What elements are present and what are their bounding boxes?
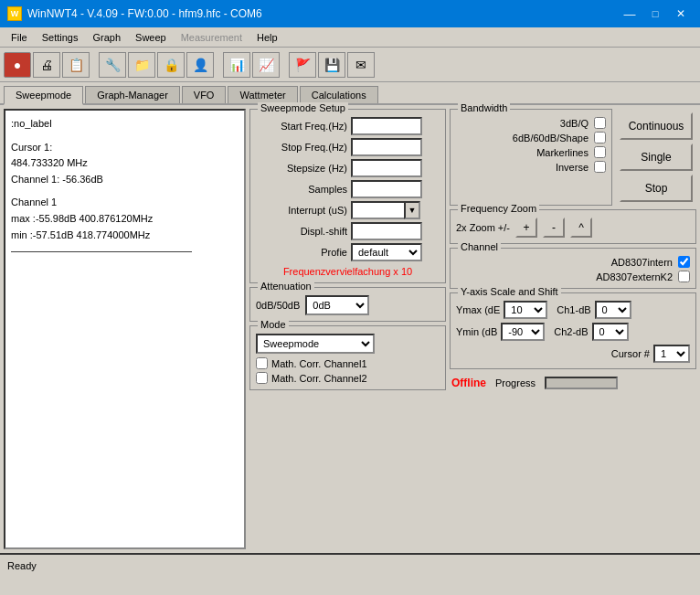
cursor-select[interactable]: 123 bbox=[653, 345, 690, 363]
tab-vfo[interactable]: VFO bbox=[182, 86, 227, 103]
max-line: max :-55.98dB 400.876120MHz bbox=[11, 211, 239, 228]
menu-sweep[interactable]: Sweep bbox=[128, 30, 174, 45]
toolbar-btn-save[interactable]: 💾 bbox=[318, 52, 345, 78]
toolbar-btn-file[interactable]: 📋 bbox=[62, 52, 90, 78]
yaxis-group: Y-axis Scale and Shift Ymax (dE 102030 C… bbox=[450, 292, 696, 369]
single-button[interactable]: Single bbox=[620, 143, 693, 171]
continuous-button[interactable]: Continuous bbox=[620, 112, 693, 140]
toolbar-btn-user[interactable]: 👤 bbox=[186, 52, 214, 78]
menu-help[interactable]: Help bbox=[249, 30, 285, 45]
start-freq-row: Start Freq.(Hz) 400000000 bbox=[256, 117, 440, 135]
ymax-label: Ymax (dE bbox=[456, 304, 500, 315]
stepsize-input[interactable]: 125160 bbox=[351, 159, 422, 177]
profil-row: Profie default bbox=[256, 243, 440, 261]
menu-settings[interactable]: Settings bbox=[35, 30, 86, 45]
start-freq-input[interactable]: 400000000 bbox=[351, 117, 422, 135]
db3-checkbox[interactable] bbox=[594, 117, 606, 129]
stop-freq-row: Stop Freq.(Hz) 500002840 bbox=[256, 138, 440, 156]
displ-shift-row: Displ.-shift 0 bbox=[256, 222, 440, 240]
tabs: Sweepmode Graph-Manager VFO Wattmeter Ca… bbox=[0, 82, 700, 105]
ad8307externk2-label: AD8307externK2 bbox=[596, 271, 673, 282]
ch1db-label: Ch1-dB bbox=[557, 304, 590, 315]
ymax-select[interactable]: 102030 bbox=[504, 301, 547, 319]
stop-freq-input[interactable]: 500002840 bbox=[351, 138, 422, 156]
tab-calculations[interactable]: Calculations bbox=[300, 86, 378, 103]
progress-bar bbox=[545, 377, 618, 389]
channel-group-label: Channel bbox=[458, 241, 501, 252]
ad8307intern-label: AD8307intern bbox=[611, 257, 673, 268]
action-buttons: Continuous Single Stop bbox=[616, 109, 696, 206]
toolbar-btn-tool1[interactable]: 🔧 bbox=[99, 52, 126, 78]
sweepmode-setup-label: Sweepmode Setup bbox=[258, 102, 348, 113]
title-controls: — □ ✕ bbox=[618, 5, 693, 23]
bandwidth-label: Bandwidth bbox=[458, 102, 510, 113]
channel-section: Channel 1 bbox=[11, 195, 239, 211]
progress-label: Progress bbox=[495, 377, 536, 388]
interrupt-input[interactable]: 0 bbox=[351, 201, 404, 219]
toolbar-btn-lock[interactable]: 🔒 bbox=[157, 52, 185, 78]
channel-label: Channel 1: -56.36dB bbox=[11, 172, 239, 188]
minimize-button[interactable]: — bbox=[618, 5, 642, 23]
math-corr-ch2-checkbox[interactable] bbox=[256, 372, 268, 384]
samples-label: Samples bbox=[256, 184, 347, 195]
channel-group: Channel AD8307intern AD8307externK2 bbox=[450, 248, 696, 289]
freq-zoom-group: Frequency Zoom 2x Zoom +/- + - ^ bbox=[450, 209, 696, 244]
toolbar-btn-chart2[interactable]: 📈 bbox=[252, 52, 280, 78]
maximize-button[interactable]: □ bbox=[643, 5, 667, 23]
start-freq-label: Start Freq.(Hz) bbox=[256, 121, 347, 132]
menu-measurement[interactable]: Measurement bbox=[174, 30, 249, 45]
db3-label: 3dB/Q bbox=[560, 118, 589, 129]
title-bar: W WinNWT4 - V.4.09 - FW:0.00 - hfm9.hfc … bbox=[0, 0, 700, 27]
offline-progress-row: Offline Progress bbox=[450, 373, 696, 393]
tab-wattmeter[interactable]: Wattmeter bbox=[228, 86, 297, 103]
ad8307externk2-checkbox[interactable] bbox=[678, 271, 690, 282]
tab-graph-manager[interactable]: Graph-Manager bbox=[85, 86, 180, 103]
toolbar-btn-mail[interactable]: ✉ bbox=[347, 52, 375, 78]
cursor-label: Cursor 1: bbox=[11, 140, 239, 156]
title-icon: W bbox=[7, 6, 22, 21]
ymin-select[interactable]: -90-80-70 bbox=[501, 323, 545, 341]
displ-shift-input[interactable]: 0 bbox=[351, 222, 422, 240]
markerlines-checkbox[interactable] bbox=[594, 146, 606, 158]
markerlines-label: Markerlines bbox=[536, 147, 589, 158]
sweepmode-setup-group: Sweepmode Setup Start Freq.(Hz) 40000000… bbox=[249, 109, 446, 283]
status-bar: Ready bbox=[0, 553, 700, 577]
status-text: Ready bbox=[7, 560, 37, 571]
math-corr-ch1-checkbox[interactable] bbox=[256, 357, 268, 369]
menu-bar: File Settings Graph Sweep Measurement He… bbox=[0, 27, 700, 48]
close-button[interactable]: ✕ bbox=[669, 5, 693, 23]
stepsize-label: Stepsize (Hz) bbox=[256, 163, 347, 174]
interrupt-row: Interrupt (uS) 0 ▼ bbox=[256, 201, 440, 219]
menu-graph[interactable]: Graph bbox=[85, 30, 128, 45]
mode-select[interactable]: SweepmodeReflectionmodeNF-mode bbox=[256, 334, 375, 354]
zoom-minus-button[interactable]: - bbox=[543, 218, 565, 238]
toolbar-btn-flag[interactable]: 🚩 bbox=[289, 52, 316, 78]
toolbar-btn-chart1[interactable]: 📊 bbox=[223, 52, 250, 78]
bandwidth-group: Bandwidth 3dB/Q 6dB/60dB/Shape Markerlin… bbox=[450, 109, 612, 206]
attenuation-select[interactable]: 0dB5dB10dB20dB bbox=[305, 295, 369, 315]
ch2db-select[interactable]: 01020 bbox=[592, 323, 629, 341]
ch1db-select[interactable]: 01020 bbox=[595, 301, 631, 319]
stop-button[interactable]: Stop bbox=[620, 175, 693, 202]
toolbar-btn-1[interactable]: ● bbox=[4, 52, 31, 78]
title-text: WinNWT4 - V.4.09 - FW:0.00 - hfm9.hfc - … bbox=[27, 7, 618, 20]
inverse-checkbox[interactable] bbox=[594, 161, 606, 173]
offline-text: Offline bbox=[451, 377, 486, 389]
toolbar: ● 🖨 📋 🔧 📁 🔒 👤 📊 📈 🚩 💾 ✉ bbox=[0, 48, 700, 82]
toolbar-btn-print[interactable]: 🖨 bbox=[33, 52, 60, 78]
no-label: :no_label bbox=[11, 116, 239, 133]
db60-checkbox[interactable] bbox=[594, 132, 606, 143]
zoom-caret-button[interactable]: ^ bbox=[570, 218, 592, 238]
menu-file[interactable]: File bbox=[4, 30, 35, 45]
toolbar-btn-folder[interactable]: 📁 bbox=[128, 52, 155, 78]
ad8307intern-checkbox[interactable] bbox=[678, 256, 690, 268]
zoom-plus-button[interactable]: + bbox=[515, 218, 537, 238]
samples-input[interactable]: 800 bbox=[351, 180, 422, 198]
interrupt-dropdown[interactable]: ▼ bbox=[404, 201, 420, 219]
tab-sweepmode[interactable]: Sweepmode bbox=[4, 86, 83, 105]
interrupt-label: Interrupt (uS) bbox=[256, 205, 347, 216]
ch2db-label: Ch2-dB bbox=[554, 326, 588, 337]
freq-line: 484.733320 MHz bbox=[11, 155, 239, 172]
attenuation-label: Attenuation bbox=[258, 281, 314, 292]
profil-select[interactable]: default bbox=[351, 243, 422, 261]
